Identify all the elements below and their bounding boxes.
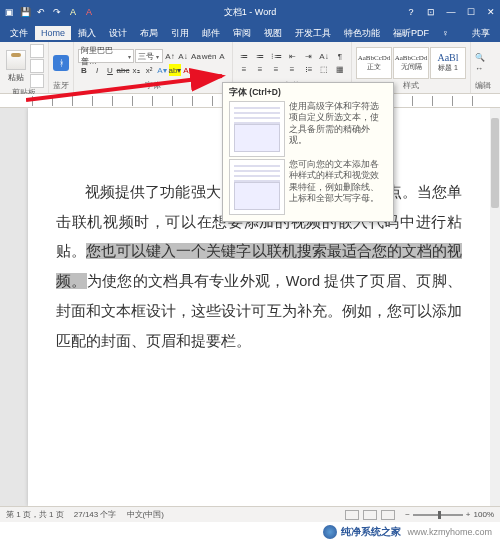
find-button[interactable]: 🔍 [475,53,485,62]
text-effect-button[interactable]: A▾ [156,64,168,76]
tab-references[interactable]: 引用 [165,25,195,42]
cut-icon[interactable] [30,44,44,58]
align-right-icon[interactable]: ≡ [269,63,283,75]
change-case-icon[interactable]: Aa [190,50,202,62]
format-painter-icon[interactable] [30,74,44,88]
style-normal[interactable]: AaBbCcDd正文 [356,47,392,79]
undo-icon[interactable]: ↶ [36,7,46,17]
bluetooth-icon[interactable]: ᚼ [53,55,69,71]
bold-button[interactable]: B [78,64,90,76]
tab-review[interactable]: 审阅 [227,25,257,42]
status-words[interactable]: 27/143 个字 [74,509,117,520]
font-size-combo[interactable]: 三号▾ [135,49,163,63]
view-web-icon[interactable] [381,510,395,520]
style-heading1[interactable]: AaBl标题 1 [430,47,466,79]
tooltip-preview-icon-2 [229,159,285,215]
subscript-button[interactable]: x₂ [130,64,142,76]
scroll-thumb[interactable] [491,118,499,208]
statusbar: 第 1 页，共 1 页 27/143 个字 中文(中国) − + 100% [0,506,500,522]
zoom-control[interactable]: − + 100% [405,510,494,519]
status-lang[interactable]: 中文(中国) [127,509,164,520]
superscript-button[interactable]: x² [143,64,155,76]
help-icon[interactable]: ? [406,7,416,17]
minimize-icon[interactable]: ― [446,7,456,17]
watermark: 纯净系统之家 www.kzmyhome.com [0,522,500,542]
clear-format-icon[interactable]: A [216,50,228,62]
style-nospace[interactable]: AaBbCcDd无间隔 [393,47,429,79]
show-marks-icon[interactable]: ¶ [333,50,347,62]
zoom-in-icon[interactable]: + [466,510,471,519]
word-icon: ▣ [4,7,14,17]
ribbon-tabs: 文件 Home 插入 设计 布局 引用 邮件 审阅 视图 开发工具 特色功能 福… [0,24,500,42]
sort-icon[interactable]: A↓ [317,50,331,62]
tab-view[interactable]: 视图 [258,25,288,42]
justify-icon[interactable]: ≡ [285,63,299,75]
vertical-scrollbar[interactable] [490,108,500,506]
window-title: 文档1 - Word [94,6,406,19]
underline-button[interactable]: U [104,64,116,76]
grow-font-icon[interactable]: A↑ [164,50,176,62]
decrease-indent-icon[interactable]: ⇤ [285,50,299,62]
borders-icon[interactable]: ▦ [333,63,347,75]
strike-button[interactable]: abc [117,64,129,76]
tell-me[interactable]: ♀ [436,26,455,40]
font-tooltip: 字体 (Ctrl+D) 使用高级字体和字符选项自定义所选文本，使之具备所需的精确… [222,82,394,222]
align-center-icon[interactable]: ≡ [253,63,267,75]
tab-special[interactable]: 特色功能 [338,25,386,42]
titlebar: ▣ 💾 ↶ ↷ A A 文档1 - Word ? ⊡ ― ☐ ✕ [0,0,500,24]
numbering-icon[interactable]: ≔ [253,50,267,62]
close-icon[interactable]: ✕ [486,7,496,17]
phonetic-icon[interactable]: wén [203,50,215,62]
highlight-button[interactable]: ab▾ [169,64,181,76]
italic-button[interactable]: I [91,64,103,76]
redo-icon[interactable]: ↷ [52,7,62,17]
maximize-icon[interactable]: ☐ [466,7,476,17]
font-name-combo[interactable]: 阿里巴巴普…▾ [78,49,134,63]
copy-icon[interactable] [30,59,44,73]
group-clipboard: 粘贴 剪贴板 [0,42,49,93]
paste-icon [6,50,26,70]
zoom-level[interactable]: 100% [474,510,494,519]
paste-button[interactable]: 粘贴 [4,50,28,83]
tab-home[interactable]: Home [35,26,71,40]
watermark-logo-icon [323,525,337,539]
view-print-icon[interactable] [363,510,377,520]
replace-button[interactable]: ↔ [475,64,485,73]
align-left-icon[interactable]: ≡ [237,63,251,75]
tab-insert[interactable]: 插入 [72,25,102,42]
view-read-icon[interactable] [345,510,359,520]
increase-indent-icon[interactable]: ⇥ [301,50,315,62]
group-font: 阿里巴巴普…▾ 三号▾ A↑ A↓ Aa wén A B I U abc x₂ … [74,42,233,93]
quick-access-toolbar: ▣ 💾 ↶ ↷ A A [4,7,94,17]
tab-mailings[interactable]: 邮件 [196,25,226,42]
tab-file[interactable]: 文件 [4,25,34,42]
tab-layout[interactable]: 布局 [134,25,164,42]
group-bluetooth: ᚼ 蓝牙 [49,42,74,93]
shrink-font-icon[interactable]: A↓ [177,50,189,62]
group-editing: 🔍 ↔ 编辑 [471,42,495,93]
zoom-out-icon[interactable]: − [405,510,410,519]
bullets-icon[interactable]: ≔ [237,50,251,62]
tab-foxit[interactable]: 福昕PDF [387,25,435,42]
a-color-icon[interactable]: A [84,7,94,17]
tab-design[interactable]: 设计 [103,25,133,42]
share-button[interactable]: 共享 [466,25,496,42]
a-icon[interactable]: A [68,7,78,17]
shading-icon[interactable]: ⬚ [317,63,331,75]
tooltip-preview-icon [229,101,285,157]
ribbon-options-icon[interactable]: ⊡ [426,7,436,17]
tab-developer[interactable]: 开发工具 [289,25,337,42]
save-icon[interactable]: 💾 [20,7,30,17]
tooltip-title: 字体 (Ctrl+D) [229,87,387,99]
multilevel-icon[interactable]: ⁝≔ [269,50,283,62]
line-spacing-icon[interactable]: ⫶≡ [301,63,315,75]
status-page[interactable]: 第 1 页，共 1 页 [6,509,64,520]
font-color-button[interactable]: A▾ [182,64,194,76]
